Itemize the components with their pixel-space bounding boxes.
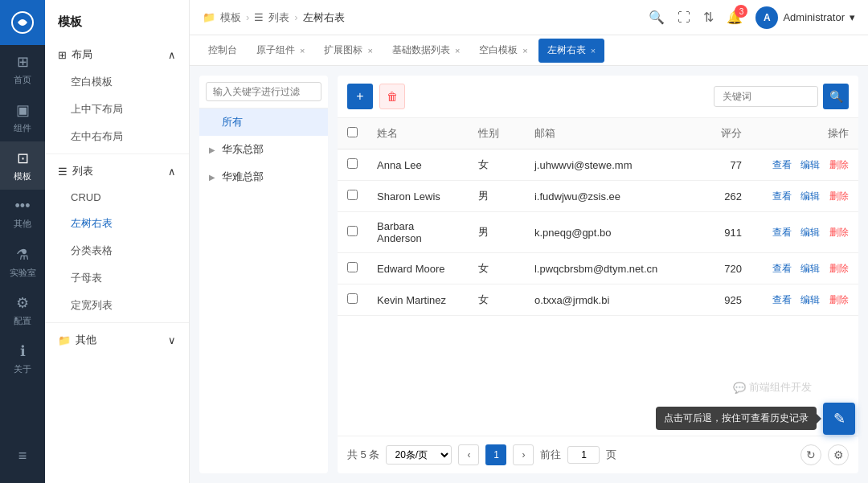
breadcrumb-sep-2: › bbox=[294, 11, 297, 23]
sidebar-item-crud[interactable]: CRUD bbox=[45, 185, 189, 210]
tab-close-blank[interactable]: × bbox=[522, 46, 527, 55]
table-settings-button[interactable]: ⚙ bbox=[828, 444, 849, 465]
cell-gender-1: 男 bbox=[469, 181, 525, 212]
row-checkbox-4[interactable] bbox=[347, 293, 358, 304]
edit-button-4[interactable]: 编辑 bbox=[800, 294, 820, 305]
tab-basic-list[interactable]: 基础数据列表 × bbox=[383, 39, 469, 63]
tab-atomic[interactable]: 原子组件 × bbox=[248, 39, 313, 63]
template-icon: ⊡ bbox=[17, 149, 29, 167]
breadcrumb-list: 列表 bbox=[268, 10, 289, 25]
tab-close-icons[interactable]: × bbox=[367, 46, 372, 55]
sidebar-section-header-other[interactable]: 📁 其他 ∨ bbox=[45, 326, 189, 354]
add-button[interactable]: + bbox=[347, 84, 373, 109]
user-info[interactable]: A Administrator ▾ bbox=[755, 6, 855, 29]
tab-left-tree[interactable]: 左树右表 × bbox=[538, 39, 604, 63]
topbar-actions: 🔍 ⛶ ⇅ 🔔 3 A Administrator ▾ bbox=[649, 6, 855, 29]
search-input[interactable] bbox=[714, 86, 818, 107]
chevron-up-icon-list: ∧ bbox=[168, 166, 176, 178]
current-page: 1 bbox=[485, 444, 506, 465]
row-checkbox-0[interactable] bbox=[347, 158, 358, 169]
refresh-button[interactable]: ↻ bbox=[800, 444, 821, 465]
cell-name-1: Sharon Lewis bbox=[367, 181, 469, 212]
sidebar-section-header-layout[interactable]: ⊞ 布局 ∧ bbox=[45, 41, 189, 68]
row-checkbox-2[interactable] bbox=[347, 226, 358, 236]
delete-row-button-3[interactable]: 删除 bbox=[829, 263, 849, 274]
breadcrumb-template: 模板 bbox=[220, 10, 241, 25]
arrows-icon[interactable]: ⇅ bbox=[703, 10, 714, 25]
col-header-name: 姓名 bbox=[367, 118, 469, 149]
expand-icon[interactable]: ⛶ bbox=[678, 10, 690, 25]
sidebar-item-about[interactable]: ℹ 关于 bbox=[0, 334, 45, 383]
row-checkbox-1[interactable] bbox=[347, 190, 358, 200]
component-icon: ▣ bbox=[16, 101, 30, 119]
view-button-1[interactable]: 查看 bbox=[772, 190, 792, 202]
tab-close-basic-list[interactable]: × bbox=[455, 46, 460, 55]
nav-menu-icon[interactable]: ≡ bbox=[0, 438, 45, 473]
cell-name-0: Anna Lee bbox=[367, 149, 469, 181]
tree-item-all[interactable]: 所有 bbox=[199, 108, 328, 136]
breadcrumb-list-icon: ☰ bbox=[254, 11, 264, 23]
sidebar-item-lab[interactable]: ⚗ 实验室 bbox=[0, 238, 45, 286]
tab-close-atomic[interactable]: × bbox=[300, 46, 305, 55]
tree-item-south[interactable]: ▶ 华难总部 bbox=[199, 163, 328, 190]
cell-gender-3: 女 bbox=[469, 253, 525, 284]
delete-row-button-1[interactable]: 删除 bbox=[829, 190, 849, 202]
float-action-button[interactable]: ✎ bbox=[823, 403, 855, 435]
section-label-list: 列表 bbox=[72, 164, 93, 178]
other-icon: ••• bbox=[15, 198, 31, 215]
cell-name-3: Edward Moore bbox=[367, 253, 469, 284]
select-all-checkbox[interactable] bbox=[347, 127, 358, 137]
sidebar-item-blank-template[interactable]: 空白模板 bbox=[45, 68, 189, 96]
view-button-4[interactable]: 查看 bbox=[772, 294, 792, 305]
sidebar-title: 模板 bbox=[45, 0, 189, 41]
sidebar-item-parent-child[interactable]: 子母表 bbox=[45, 264, 189, 292]
sidebar-item-fixed-width-list[interactable]: 定宽列表 bbox=[45, 292, 189, 319]
tab-blank[interactable]: 空白模板 × bbox=[470, 39, 536, 63]
sidebar-item-home[interactable]: ⊞ 首页 bbox=[0, 45, 45, 93]
grid-icon: ⊞ bbox=[58, 49, 67, 61]
sidebar-item-left-mid-right[interactable]: 左中右布局 bbox=[45, 123, 189, 150]
tab-close-left-tree[interactable]: × bbox=[591, 46, 596, 55]
nav-label-template: 模板 bbox=[14, 170, 31, 182]
delete-button[interactable]: 🗑 bbox=[379, 84, 405, 109]
view-button-0[interactable]: 查看 bbox=[772, 159, 792, 170]
search-button[interactable]: 🔍 bbox=[823, 84, 849, 109]
pagination: 共 5 条 20条/页 10条/页 50条/页 100条/页 ‹ 1 › 前往 … bbox=[338, 436, 858, 473]
view-button-3[interactable]: 查看 bbox=[772, 263, 792, 274]
sidebar-item-template[interactable]: ⊡ 模板 bbox=[0, 141, 45, 190]
cell-email-0: j.uhwwvi@stewe.mm bbox=[525, 149, 694, 181]
sidebar-item-left-tree-right[interactable]: 左树右表 bbox=[45, 210, 189, 237]
per-page-select[interactable]: 20条/页 10条/页 50条/页 100条/页 bbox=[386, 445, 452, 465]
edit-button-1[interactable]: 编辑 bbox=[800, 190, 820, 202]
next-page-button[interactable]: › bbox=[513, 444, 534, 465]
delete-row-button-2[interactable]: 删除 bbox=[829, 227, 849, 238]
sidebar-section-header-list[interactable]: ☰ 列表 ∧ bbox=[45, 158, 189, 185]
sidebar-item-other[interactable]: ••• 其他 bbox=[0, 190, 45, 238]
sidebar-item-component[interactable]: ▣ 组件 bbox=[0, 93, 45, 141]
col-header-actions: 操作 bbox=[751, 118, 858, 149]
tree-filter bbox=[199, 76, 328, 108]
edit-button-2[interactable]: 编辑 bbox=[800, 227, 820, 238]
sidebar-item-top-mid-bottom[interactable]: 上中下布局 bbox=[45, 96, 189, 123]
col-header-email: 邮箱 bbox=[525, 118, 694, 149]
tree-filter-input[interactable] bbox=[206, 82, 321, 101]
row-checkbox-3[interactable] bbox=[347, 262, 358, 272]
cell-gender-2: 男 bbox=[469, 212, 525, 253]
sidebar-item-config[interactable]: ⚙ 配置 bbox=[0, 286, 45, 334]
search-icon-topbar[interactable]: 🔍 bbox=[649, 10, 665, 25]
sidebar-item-category-table[interactable]: 分类表格 bbox=[45, 237, 189, 264]
view-button-2[interactable]: 查看 bbox=[772, 227, 792, 238]
edit-button-0[interactable]: 编辑 bbox=[800, 159, 820, 170]
delete-row-button-0[interactable]: 删除 bbox=[829, 159, 849, 170]
edit-button-3[interactable]: 编辑 bbox=[800, 263, 820, 274]
notification-wrap[interactable]: 🔔 3 bbox=[727, 10, 743, 25]
tab-console[interactable]: 控制台 bbox=[199, 39, 246, 63]
col-header-score: 评分 bbox=[694, 118, 751, 149]
tab-icons[interactable]: 扩展图标 × bbox=[315, 39, 381, 63]
page-input[interactable] bbox=[567, 446, 600, 464]
delete-row-button-4[interactable]: 删除 bbox=[829, 294, 849, 305]
tree-item-east[interactable]: ▶ 华东总部 bbox=[199, 136, 328, 163]
tab-label-left-tree: 左树右表 bbox=[547, 43, 586, 57]
tree-arrow-east: ▶ bbox=[209, 145, 219, 154]
prev-page-button[interactable]: ‹ bbox=[458, 444, 479, 465]
